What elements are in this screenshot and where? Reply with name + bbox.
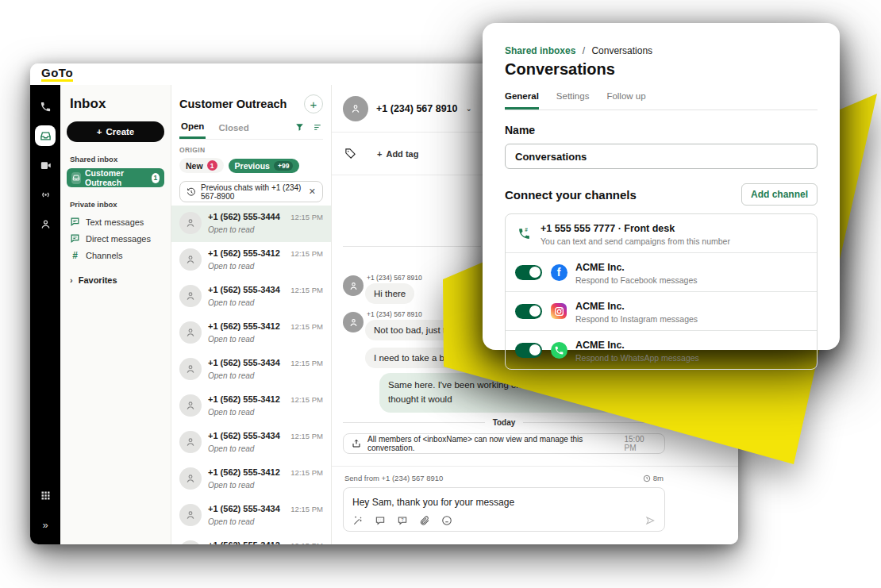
- chat-icon: [70, 233, 80, 244]
- plus-icon: +: [377, 149, 382, 159]
- system-message: All members of <inboxName> can now view …: [343, 433, 665, 454]
- person-icon: [179, 358, 202, 380]
- agent-icon[interactable]: [35, 213, 56, 234]
- send-icon[interactable]: [644, 515, 656, 526]
- instagram-icon: [551, 303, 567, 319]
- list-item[interactable]: +1 (562) 555-343412:15 PMOpen to read: [171, 279, 331, 315]
- tab-follow-up[interactable]: Follow up: [606, 91, 645, 110]
- unread-badge: 1: [152, 173, 160, 183]
- left-rail: »: [30, 85, 60, 544]
- sender-label: +1 (234) 567 8910: [367, 310, 422, 318]
- page-canvas: GoTo: [0, 0, 881, 588]
- phone-icon[interactable]: [35, 96, 56, 117]
- list-item[interactable]: +1 (562) 555-341212:15 PMOpen to read: [171, 315, 331, 352]
- sidebar-item-direct-messages[interactable]: Direct messages: [67, 230, 164, 247]
- chip-new[interactable]: New 1: [179, 158, 224, 173]
- emoji-icon[interactable]: [441, 515, 452, 526]
- tag-icon[interactable]: [344, 148, 356, 159]
- saved-replies-icon[interactable]: [375, 515, 386, 526]
- person-icon: [179, 212, 202, 234]
- person-icon: [179, 248, 202, 271]
- svg-text:#: #: [525, 227, 528, 233]
- chevron-down-icon[interactable]: ⌄: [466, 104, 472, 113]
- chip-previous[interactable]: Previous +99: [229, 159, 300, 173]
- list-item[interactable]: +1 (562) 555-341212:15 PMOpen to read: [171, 461, 331, 498]
- sender-label: +1 (234) 567 8910: [367, 274, 422, 282]
- contact-name[interactable]: +1 (234) 567 8910: [376, 103, 458, 114]
- add-tag-button[interactable]: + Add tag: [377, 149, 418, 159]
- list-item[interactable]: +1 (562) 555-341212:15 PMOpen to read: [171, 388, 331, 425]
- new-conversation-button[interactable]: +: [304, 94, 323, 113]
- whatsapp-toggle[interactable]: [515, 343, 542, 358]
- list-item[interactable]: +1 (562) 555-343412:15 PMOpen to read: [171, 425, 331, 461]
- compose-area: Send from +1 (234) 567 8910 8m ?: [332, 466, 738, 544]
- message-input[interactable]: [352, 497, 656, 508]
- person-icon: [343, 312, 364, 332]
- help-bubble-icon[interactable]: ?: [397, 515, 408, 526]
- page-title: Conversations: [505, 60, 818, 79]
- person-icon: [179, 321, 202, 344]
- magic-wand-icon[interactable]: [352, 515, 364, 526]
- channels-heading: Connect your channels: [505, 188, 637, 202]
- video-icon[interactable]: [35, 155, 56, 175]
- conversation-list-column: Customer Outreach + Open Closed ORIGIN: [171, 85, 332, 544]
- applied-filter-pill[interactable]: Previous chats with +1 (234) 567-8900 ✕: [179, 181, 323, 202]
- breadcrumb: Shared inboxes / Conversations: [505, 45, 818, 56]
- inbox-icon: [71, 172, 81, 184]
- sidebar-item-channels[interactable]: # Channels: [67, 247, 164, 264]
- date-divider: Today: [343, 418, 665, 427]
- breadcrumb-shared-inboxes[interactable]: Shared inboxes: [505, 45, 575, 56]
- list-item[interactable]: +1 (562) 555-341212:15 PMOpen to read: [171, 242, 331, 279]
- inbox-name-input[interactable]: [505, 144, 818, 169]
- svg-text:?: ?: [401, 517, 403, 522]
- tab-open[interactable]: Open: [179, 121, 206, 139]
- list-item[interactable]: +1 (562) 555-341212:15 PMOpen to read: [171, 534, 331, 544]
- broadcast-icon[interactable]: [35, 184, 56, 205]
- person-icon: [179, 540, 202, 544]
- list-item[interactable]: +1 (562) 555-343412:15 PMOpen to read: [171, 352, 331, 388]
- sidebar-title: Inbox: [70, 96, 164, 112]
- close-icon[interactable]: ✕: [309, 186, 316, 197]
- name-field-label: Name: [505, 124, 818, 136]
- facebook-icon: f: [551, 264, 567, 281]
- sidebar-item-customer-outreach[interactable]: Customer Outreach 1: [67, 168, 164, 187]
- list-item[interactable]: +1 (562) 555-344412:15 PMOpen to read: [171, 206, 331, 242]
- expand-icon[interactable]: »: [35, 514, 56, 535]
- channel-row-facebook: f ACME Inc. Respond to Facebook messages: [506, 252, 817, 291]
- sidebar-item-favorites[interactable]: › Favorites: [70, 275, 161, 285]
- list-item[interactable]: +1 (562) 555-343412:15 PMOpen to read: [171, 498, 331, 534]
- sort-icon[interactable]: [313, 122, 323, 133]
- hash-icon: #: [70, 250, 80, 261]
- paperclip-icon[interactable]: [419, 515, 430, 526]
- phone-channel-row: # +1 555 555 7777 · Front desk You can t…: [506, 214, 817, 252]
- outgoing-message: Same here. I've been working on this pro…: [379, 373, 665, 413]
- inbox-settings-card: Shared inboxes / Conversations Conversat…: [483, 23, 840, 350]
- filter-icon[interactable]: [294, 122, 305, 133]
- tab-general[interactable]: General: [505, 91, 539, 110]
- previous-count-badge: +99: [274, 161, 293, 171]
- share-up-icon: [352, 439, 361, 448]
- message-input-box[interactable]: ?: [343, 487, 665, 532]
- history-clock-icon: [187, 187, 196, 197]
- person-icon: [179, 285, 202, 307]
- instagram-toggle[interactable]: [515, 304, 542, 319]
- whatsapp-icon: [551, 342, 567, 359]
- tab-settings[interactable]: Settings: [556, 91, 590, 110]
- timer-clock-icon: [643, 475, 651, 482]
- channel-row-whatsapp: ACME Inc. Respond to WhatsApp messages: [506, 330, 817, 369]
- sidebar-item-text-messages[interactable]: Text messages: [67, 213, 164, 230]
- phone-channel-subtitle: You can text and send campaigns from thi…: [541, 236, 730, 246]
- add-channel-button[interactable]: Add channel: [741, 183, 818, 206]
- private-inbox-label: Private inbox: [70, 200, 161, 209]
- chat-icon: [70, 217, 80, 227]
- facebook-toggle[interactable]: [515, 265, 542, 280]
- incoming-message: I need to take a break f: [365, 348, 476, 368]
- create-button[interactable]: + Create: [67, 121, 164, 142]
- chevron-right-icon: ›: [70, 275, 73, 285]
- incoming-message: Not too bad, just trying to: [365, 320, 484, 340]
- phone-channel-title: +1 555 555 7777 · Front desk: [541, 223, 675, 234]
- tab-closed[interactable]: Closed: [217, 123, 250, 138]
- apps-grid-icon[interactable]: [35, 485, 56, 505]
- new-count-badge: 1: [207, 160, 217, 171]
- inbox-icon[interactable]: [35, 125, 56, 146]
